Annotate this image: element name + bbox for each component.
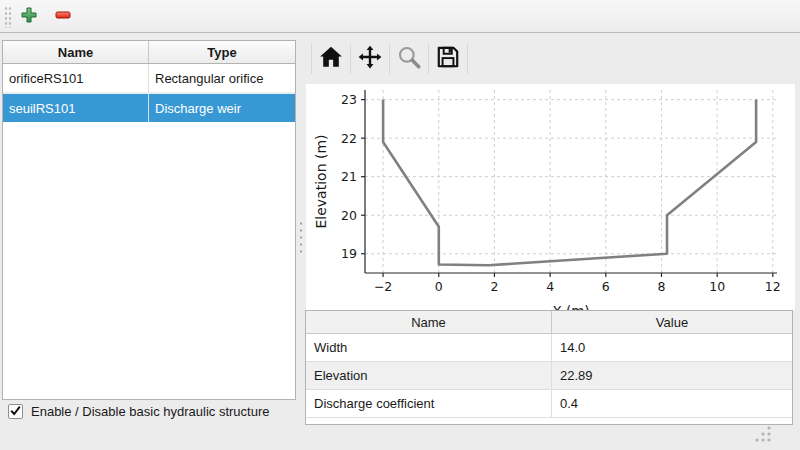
svg-text:0: 0 — [435, 279, 443, 294]
pan-button[interactable] — [356, 44, 384, 74]
svg-text:2: 2 — [490, 279, 498, 294]
svg-text:−2: −2 — [374, 279, 392, 294]
svg-text:6: 6 — [602, 279, 610, 294]
property-name: Elevation — [306, 362, 552, 389]
toolbar-drag-handle[interactable] — [4, 6, 11, 28]
structures-table-header: Name Type — [3, 41, 295, 64]
pan-icon — [357, 44, 383, 74]
column-header-name[interactable]: Name — [3, 41, 149, 63]
property-row-width[interactable]: Width 14.0 — [306, 334, 792, 362]
svg-text:8: 8 — [657, 279, 665, 294]
svg-text:Elevation (m): Elevation (m) — [313, 134, 329, 228]
svg-text:10: 10 — [709, 279, 725, 294]
property-value[interactable]: 0.4 — [552, 390, 792, 417]
column-header-type[interactable]: Type — [149, 41, 295, 63]
svg-text:22: 22 — [341, 131, 357, 146]
table-row-weir-selected[interactable]: seuilRS101 Discharge weir — [3, 93, 295, 122]
svg-text:20: 20 — [341, 208, 357, 223]
remove-structure-button[interactable] — [50, 4, 76, 30]
toolbar-separator — [311, 44, 312, 74]
table-row-orifice[interactable]: orificeRS101 Rectangular orifice — [3, 64, 295, 93]
checkmark-icon — [9, 403, 22, 421]
zoom-button[interactable] — [395, 44, 423, 74]
property-name: Width — [306, 334, 552, 361]
svg-text:X (m): X (m) — [552, 303, 589, 310]
zoom-icon — [396, 44, 422, 74]
remove-icon — [54, 6, 72, 28]
svg-text:4: 4 — [546, 279, 554, 294]
svg-text:21: 21 — [341, 169, 357, 184]
add-icon — [20, 6, 38, 28]
column-header-name[interactable]: Name — [306, 311, 552, 333]
cell-name[interactable]: seuilRS101 — [3, 94, 149, 122]
application-window: Name Type orificeRS101 Rectangular orifi… — [0, 0, 800, 450]
cell-type[interactable]: Discharge weir — [149, 94, 295, 122]
structures-table: Name Type orificeRS101 Rectangular orifi… — [2, 40, 296, 400]
home-button[interactable] — [317, 44, 345, 74]
window-resize-grip[interactable] — [752, 424, 774, 448]
svg-text:12: 12 — [765, 279, 781, 294]
property-name: Discharge coefficient — [306, 390, 552, 417]
toolbar-separator — [467, 44, 468, 74]
enable-structure-label: Enable / Disable basic hydraulic structu… — [31, 404, 269, 419]
add-structure-button[interactable] — [16, 4, 42, 30]
save-icon — [435, 44, 461, 74]
cell-name[interactable]: orificeRS101 — [3, 64, 149, 92]
properties-table-header: Name Value — [306, 311, 792, 334]
toolbar-separator — [350, 44, 351, 74]
chart-plot: 1920212223−2024681012Elevation (m)X (m) — [306, 84, 795, 310]
enable-structure-checkbox[interactable] — [8, 404, 23, 419]
column-header-value[interactable]: Value — [552, 311, 792, 333]
enable-structure-row: Enable / Disable basic hydraulic structu… — [8, 404, 269, 419]
properties-table: Name Value Width 14.0 Elevation 22.89 Di… — [305, 310, 793, 425]
cross-section-chart[interactable]: 1920212223−2024681012Elevation (m)X (m) — [306, 84, 795, 310]
property-row-elevation[interactable]: Elevation 22.89 — [306, 362, 792, 390]
property-value[interactable]: 22.89 — [552, 362, 792, 389]
toolbar-separator — [428, 44, 429, 74]
cell-type[interactable]: Rectangular orifice — [149, 64, 295, 92]
property-row-discharge-coefficient[interactable]: Discharge coefficient 0.4 — [306, 390, 792, 418]
main-toolbar — [0, 0, 800, 33]
property-value[interactable]: 14.0 — [552, 334, 792, 361]
chart-toolbar — [306, 42, 473, 76]
svg-text:23: 23 — [341, 92, 357, 107]
svg-text:19: 19 — [341, 246, 357, 261]
home-icon — [318, 44, 344, 74]
panel-splitter-handle[interactable] — [299, 220, 303, 254]
save-button[interactable] — [434, 44, 462, 74]
toolbar-separator — [389, 44, 390, 74]
